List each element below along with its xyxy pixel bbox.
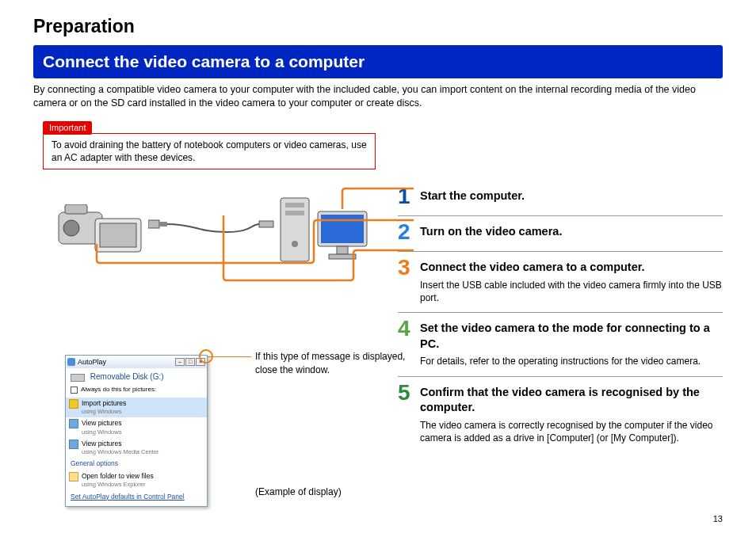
wire-to-step1 [319,187,414,211]
important-tag: Important [43,121,92,135]
step-title: Start the computer. [420,188,723,204]
autoplay-example: If this type of message is displayed, cl… [65,355,398,507]
step-desc: For details, refer to the operating inst… [420,355,723,367]
left-column: If this type of message is displayed, cl… [33,181,398,507]
intro-text: By connecting a compatible video camera … [33,83,723,110]
folder-icon [69,472,78,482]
autoplay-defaults-link: Set AutoPlay defaults in Control Panel [66,491,207,506]
autoplay-titlebar: AutoPlay – □ × [66,356,207,368]
wire-to-step3 [192,212,414,284]
autoplay-general-section: General options [66,458,207,470]
example-label: (Example of display) [255,485,342,498]
close-highlight-circle [199,349,213,364]
step-title: Connect the video camera to a computer. [420,260,723,276]
import-pictures-icon [69,399,78,409]
page-title: Preparation [33,14,723,39]
section-header: Connect the video camera to a computer [33,45,723,78]
autoplay-item: Import pictures using Windows [66,398,207,418]
important-text: To avoid draining the battery of noteboo… [43,133,376,169]
step-title: Set the video camera to the mode for con… [420,321,723,352]
important-note: Important To avoid draining the battery … [43,120,723,169]
step-title: Turn on the video camera. [420,224,723,240]
autoplay-device: Removable Disk (G:) [66,368,207,386]
step-title: Confirm that the video camera is recogni… [420,385,723,416]
drive-icon [71,374,85,382]
checkbox-icon [71,386,78,394]
step-desc: The video camera is correctly recognised… [420,419,723,444]
callout-line [208,356,251,357]
autoplay-icon [67,358,75,366]
connection-diagram [41,188,398,284]
autoplay-item: Open folder to view files using Windows … [66,470,207,491]
view-pictures-icon [69,419,78,428]
autoplay-title: AutoPlay [78,357,106,367]
step-3: 3 Connect the video camera to a computer… [398,252,723,313]
autoplay-always: Always do this for pictures: [66,386,207,398]
step-desc: Insert the USB cable included with the v… [420,279,723,304]
step-5: 5 Confirm that the video camera is recog… [398,377,723,453]
media-center-icon [69,440,78,449]
minimize-icon: – [175,358,185,366]
page-number: 13 [713,513,723,525]
autoplay-item: View pictures using Windows [66,417,207,438]
step-number: 5 [398,382,420,445]
step-2: 2 Turn on the video camera. [398,216,723,252]
autoplay-window: AutoPlay – □ × Removable Disk (G:) Alway… [65,355,208,507]
step-1: 1 Start the computer. [398,181,723,216]
svg-rect-9 [285,203,304,207]
callout-text: If this type of message is displayed, cl… [255,350,414,375]
step-4: 4 Set the video camera to the mode for c… [398,313,723,376]
autoplay-item: View pictures using Windows Media Center [66,438,207,459]
maximize-icon: □ [185,358,195,366]
steps-list: 1 Start the computer. 2 Turn on the vide… [398,181,723,507]
